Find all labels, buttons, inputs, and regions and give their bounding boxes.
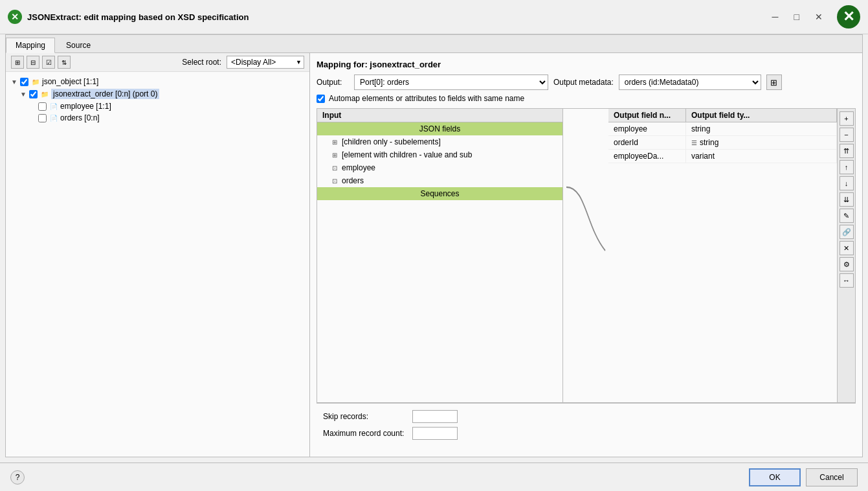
tree-item-jsonextract-order[interactable]: ▼ 📁 jsonextract_order [0:n] (port 0) (10, 87, 306, 100)
output-cell-name-1: employee (608, 122, 686, 135)
json-fields-header: JSON fields (317, 122, 562, 135)
connector-svg (563, 109, 608, 402)
auto-button[interactable]: ↔ (840, 273, 854, 288)
edit-button[interactable]: ✎ (840, 209, 854, 223)
output-row-orderid[interactable]: orderId ☰ string (608, 136, 837, 150)
app-icon: ✕ (8, 10, 22, 24)
input-label-2: [element with children - value and sub (342, 150, 472, 159)
link-button[interactable]: 🔗 (840, 225, 854, 239)
output-row-employee[interactable]: employee string (608, 122, 837, 136)
check-icon: ☑ (46, 59, 52, 66)
output-dropdown-wrapper: Port[0]: orders (354, 74, 548, 90)
tree-checkbox-json-object[interactable] (20, 78, 28, 86)
tree-item-orders[interactable]: 📄 orders [0:n] (10, 112, 306, 124)
tree-label-jsonextract-order: jsonextract_order [0:n] (port 0) (51, 89, 159, 99)
up-icon: ↑ (845, 163, 849, 171)
output-type-text-3: variant (691, 152, 715, 161)
skip-records-label: Skip records: (323, 412, 407, 421)
move-top-button[interactable]: ⇈ (840, 144, 854, 158)
sort-button[interactable]: ⇅ (58, 56, 71, 69)
auto-icon: ↔ (843, 277, 850, 284)
tree-toggle-icon[interactable]: ▼ (10, 77, 19, 86)
input-table-body: ⊞ [children only - subelements] ⊞ [eleme… (317, 135, 562, 402)
remove-button[interactable]: − (840, 128, 854, 142)
input-item-element-children[interactable]: ⊞ [element with children - value and sub (317, 148, 562, 161)
output-metadata-label: Output metadata: (553, 78, 614, 87)
check-all-button[interactable]: ☑ (42, 56, 55, 69)
element-icon-3: ⊡ (330, 163, 339, 172)
minus-icon: − (844, 131, 848, 139)
input-table: Input JSON fields ⊞ [children only - sub… (317, 109, 563, 402)
edit-icon-btn: ✎ (843, 212, 849, 220)
tree-toggle-icon-2[interactable]: ▼ (19, 89, 28, 98)
automap-checkbox[interactable] (317, 95, 325, 103)
maximize-button[interactable]: □ (790, 10, 803, 23)
add-button[interactable]: + (840, 111, 854, 126)
settings-button[interactable]: ⚙ (840, 257, 854, 271)
input-label-4: orders (342, 176, 364, 185)
output-type-text-2: string (700, 138, 718, 147)
input-label-3: employee (342, 163, 375, 172)
skip-records-input[interactable] (412, 410, 458, 423)
help-button[interactable]: ? (10, 470, 25, 485)
collapse-all-button[interactable]: ⊟ (27, 56, 39, 69)
output-type-text-1: string (691, 124, 710, 133)
input-item-children-only[interactable]: ⊞ [children only - subelements] (317, 135, 562, 148)
footer-buttons: OK Cancel (749, 468, 858, 486)
move-down-button[interactable]: ↓ (840, 176, 854, 190)
move-up-button[interactable]: ↑ (840, 160, 854, 174)
metadata-edit-button[interactable]: ⊞ (766, 74, 782, 90)
plus-icon: + (844, 115, 848, 122)
move-bottom-button[interactable]: ⇊ (840, 192, 854, 207)
close-button[interactable]: ✕ (811, 10, 827, 23)
output-metadata-dropdown[interactable]: orders (id:Metadata0) (619, 74, 761, 90)
tree-item-json-object[interactable]: ▼ 📁 json_object [1:1] (10, 76, 306, 87)
minimize-button[interactable]: ─ (768, 10, 783, 23)
sequences-header: Sequences (317, 187, 562, 200)
ok-button[interactable]: OK (749, 468, 801, 486)
output-table: Output field n... Output field ty... emp… (608, 109, 837, 402)
automap-label: Automap elements or attributes to fields… (329, 94, 524, 103)
left-panel: ⊞ ⊟ ☑ ⇅ Select root: <Display All> ▼ (6, 53, 310, 457)
left-toolbar: ⊞ ⊟ ☑ ⇅ Select root: <Display All> ▼ (6, 53, 309, 72)
tree-checkbox-employee[interactable] (38, 102, 47, 111)
tree-checkbox-jsonextract-order[interactable] (29, 90, 38, 98)
file-icon-2: 📄 (49, 113, 58, 122)
output-col-header-type: Output field ty... (686, 109, 837, 122)
output-dropdown[interactable]: Port[0]: orders (354, 74, 548, 90)
delete-icon: ✕ (843, 244, 849, 253)
expand-all-button[interactable]: ⊞ (11, 56, 24, 69)
input-item-orders[interactable]: ⊡ orders (317, 174, 562, 187)
output-cell-type-1: string (686, 122, 837, 135)
tree-item-employee[interactable]: 📄 employee [1:1] (10, 100, 306, 112)
select-root-dropdown[interactable]: <Display All> (227, 56, 304, 69)
cancel-button[interactable]: Cancel (806, 468, 858, 486)
window-title: JSONExtract: edit mapping based on XSD s… (27, 12, 249, 22)
right-panel: Mapping for: jsonextract_order Output: P… (310, 53, 862, 457)
output-cell-type-2: ☰ string (686, 136, 837, 149)
title-bar: ✕ JSONExtract: edit mapping based on XSD… (0, 0, 868, 34)
delete-button[interactable]: ✕ (840, 241, 854, 255)
output-table-header: Output field n... Output field ty... (608, 109, 837, 122)
tab-source[interactable]: Source (56, 38, 100, 52)
tree-label-employee: employee [1:1] (60, 102, 111, 111)
output-row-employeeda[interactable]: employeeDa... variant (608, 150, 837, 163)
settings-icon: ⚙ (843, 260, 850, 269)
tree-checkbox-orders[interactable] (38, 114, 47, 122)
skip-records-row: Skip records: (323, 410, 849, 423)
tab-bar: Mapping Source (6, 35, 862, 53)
file-icon: 📄 (49, 102, 58, 111)
type-icon-2: ☰ (691, 139, 697, 146)
expand-icon: ⊞ (15, 59, 20, 66)
tab-mapping[interactable]: Mapping (6, 38, 55, 53)
input-header: Input (317, 109, 562, 122)
link-icon: 🔗 (842, 228, 851, 236)
output-cell-name-3: employeeDa... (608, 150, 686, 163)
help-label: ? (16, 473, 20, 482)
output-cell-type-3: variant (686, 150, 837, 163)
footer: ? OK Cancel (0, 462, 868, 491)
input-item-employee[interactable]: ⊡ employee (317, 161, 562, 174)
max-records-input[interactable] (412, 427, 458, 440)
output-label: Output: (317, 78, 349, 87)
content-area: ⊞ ⊟ ☑ ⇅ Select root: <Display All> ▼ (6, 53, 862, 457)
